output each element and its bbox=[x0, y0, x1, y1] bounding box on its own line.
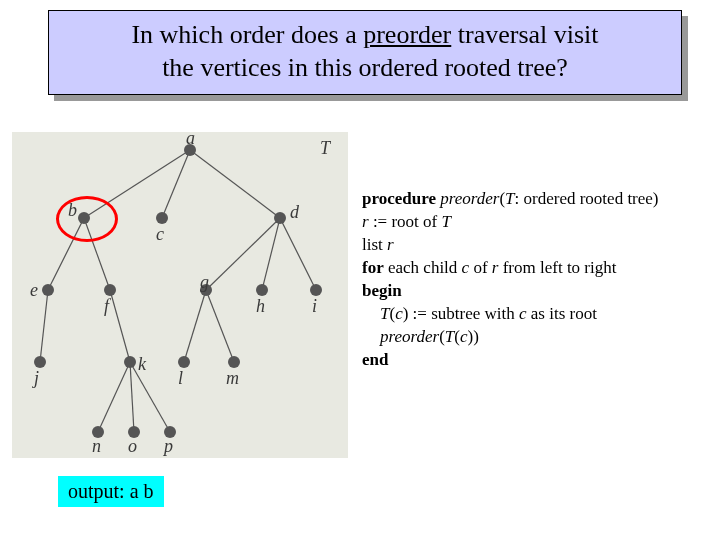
svg-line-7 bbox=[280, 218, 316, 290]
algo-line-7: preorder(T(c)) bbox=[362, 326, 702, 349]
title-underlined: preorder bbox=[363, 20, 451, 49]
node-label-j: j bbox=[34, 368, 39, 389]
algo-line-3: list r bbox=[362, 234, 702, 257]
svg-point-19 bbox=[42, 284, 54, 296]
svg-point-27 bbox=[228, 356, 240, 368]
svg-point-20 bbox=[104, 284, 116, 296]
svg-point-23 bbox=[310, 284, 322, 296]
svg-line-2 bbox=[190, 150, 280, 218]
tree-label-T: T bbox=[320, 138, 330, 159]
title-box: In which order does a preorder traversal… bbox=[48, 10, 682, 95]
title-line1-post: traversal visit bbox=[451, 20, 598, 49]
svg-line-8 bbox=[40, 290, 48, 362]
tree-diagram: a b c d e f g h i j k l m n o p T bbox=[12, 132, 348, 458]
node-label-g: g bbox=[200, 272, 209, 293]
title-line2: the vertices in this ordered rooted tree… bbox=[162, 53, 568, 82]
svg-line-11 bbox=[206, 290, 234, 362]
algo-line-4: for each child c of r from left to right bbox=[362, 257, 702, 280]
node-label-m: m bbox=[226, 368, 239, 389]
node-label-h: h bbox=[256, 296, 265, 317]
node-label-e: e bbox=[30, 280, 38, 301]
node-label-i: i bbox=[312, 296, 317, 317]
highlight-circle bbox=[56, 196, 118, 242]
output-box: output: a b bbox=[58, 476, 164, 507]
svg-line-10 bbox=[184, 290, 206, 362]
svg-line-12 bbox=[98, 362, 130, 432]
svg-line-14 bbox=[130, 362, 170, 432]
svg-line-6 bbox=[262, 218, 280, 290]
node-label-c: c bbox=[156, 224, 164, 245]
algo-line-1: procedure preorder(T: ordered rooted tre… bbox=[362, 188, 702, 211]
svg-line-5 bbox=[206, 218, 280, 290]
node-label-o: o bbox=[128, 436, 137, 457]
node-label-k: k bbox=[138, 354, 146, 375]
node-label-a: a bbox=[186, 128, 195, 149]
svg-point-25 bbox=[124, 356, 136, 368]
algo-line-5: begin bbox=[362, 280, 702, 303]
algorithm-pseudocode: procedure preorder(T: ordered rooted tre… bbox=[362, 188, 702, 372]
node-label-n: n bbox=[92, 436, 101, 457]
svg-point-26 bbox=[178, 356, 190, 368]
node-label-d: d bbox=[290, 202, 299, 223]
svg-point-22 bbox=[256, 284, 268, 296]
algo-line-8: end bbox=[362, 349, 702, 372]
svg-line-13 bbox=[130, 362, 134, 432]
node-label-p: p bbox=[164, 436, 173, 457]
svg-point-18 bbox=[274, 212, 286, 224]
svg-line-9 bbox=[110, 290, 130, 362]
algo-line-2: r := root of T bbox=[362, 211, 702, 234]
tree-svg bbox=[12, 132, 348, 458]
svg-point-24 bbox=[34, 356, 46, 368]
title-line1-pre: In which order does a bbox=[131, 20, 363, 49]
svg-point-17 bbox=[156, 212, 168, 224]
algo-line-6: T(c) := subtree with c as its root bbox=[362, 303, 702, 326]
node-label-l: l bbox=[178, 368, 183, 389]
node-label-f: f bbox=[104, 296, 109, 317]
svg-line-1 bbox=[162, 150, 190, 218]
